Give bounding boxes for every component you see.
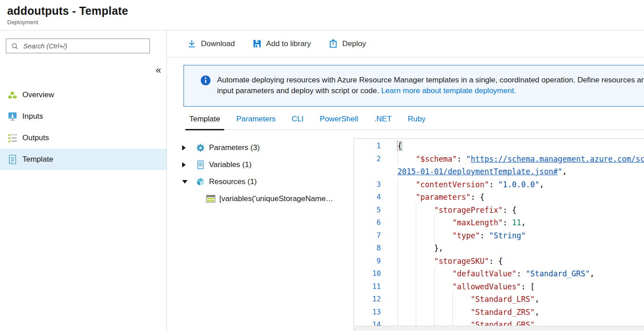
tree-item-resource-storage[interactable]: [variables('uniqueStorageName… [167, 190, 354, 207]
line-number: 5 [354, 204, 397, 217]
code-line[interactable]: "allowedValues": [ [397, 280, 535, 293]
tab-cli[interactable]: CLI [292, 112, 303, 129]
page-title: addoutputs - Template [7, 4, 644, 17]
indent-guide-line [416, 216, 416, 229]
line-number: 2 [354, 153, 397, 166]
code-line[interactable]: "$schema": "https://schema.management.az… [397, 153, 644, 166]
sidebar-item-overview[interactable]: Overview [0, 84, 166, 106]
code-row: 1{ [354, 140, 644, 153]
line-number: 7 [354, 229, 397, 242]
info-banner: Automate deploying resources with Azure … [183, 65, 644, 107]
horizontal-scrollbar[interactable] [354, 326, 644, 331]
line-number: 12 [354, 293, 397, 306]
code-editor[interactable]: 1{2 "$schema": "https://schema.managemen… [354, 138, 644, 331]
indent-guide-line [397, 191, 398, 204]
download-icon [187, 39, 197, 49]
indent-guide-line [416, 293, 416, 306]
code-line[interactable]: 2015-01-01/deploymentTemplate.json#", [397, 165, 567, 178]
indent-guide-line [397, 280, 398, 293]
code-line[interactable]: "maxLength": 11, [397, 216, 526, 229]
code-row: 6 "maxLength": 11, [354, 216, 644, 229]
line-number: 3 [354, 178, 397, 191]
collapse-sidebar-button[interactable]: « [154, 64, 163, 76]
indent-guide-line [397, 293, 398, 306]
code-line[interactable]: "Standard_ZRS", [397, 306, 539, 319]
gear-icon [195, 142, 206, 153]
indent-guide-line [434, 306, 435, 319]
banner-line-2: input parameters and deploy with script … [217, 86, 644, 96]
toolbar-button-label: Add to library [266, 39, 311, 48]
command-bar: DownloadAdd to libraryDeploy [167, 30, 644, 57]
code-row: 10 "defaultValue": "Standard_GRS", [354, 267, 644, 280]
chevron-down-icon[interactable] [182, 180, 195, 184]
tree-item-variables[interactable]: Variables (1) [167, 156, 354, 173]
indent-guide-line [416, 306, 416, 319]
indent-guide-line [397, 204, 398, 217]
line-number: 6 [354, 216, 397, 229]
add-to-library-button[interactable]: Add to library [251, 37, 312, 51]
code-line[interactable]: "contentVersion": "1.0.0.0", [397, 178, 544, 191]
main-panel: DownloadAdd to libraryDeploy Automate de… [167, 30, 644, 331]
code-line[interactable]: "storagePrefix": { [397, 204, 516, 217]
chevron-right-icon[interactable] [182, 162, 195, 168]
tab-parameters[interactable]: Parameters [236, 112, 276, 129]
indent-guide-line [416, 267, 416, 280]
download-button[interactable]: Download [186, 37, 236, 51]
sidebar-item-template[interactable]: Template [0, 149, 166, 170]
azure-portal-page: addoutputs - Template Deployment « Overv… [0, 0, 644, 331]
sidebar-item-outputs[interactable]: Outputs [0, 127, 166, 149]
code-line[interactable]: "storageSKU": { [397, 255, 503, 268]
indent-guide-line [397, 267, 398, 280]
line-number [354, 165, 397, 178]
code-row: 4 "parameters": { [354, 191, 644, 204]
search-box [6, 39, 150, 53]
line-number: 8 [354, 242, 397, 255]
code-row: 12 "Standard_LRS", [354, 293, 644, 306]
tree-item-resources[interactable]: Resources (1) [167, 173, 354, 190]
template-document-icon [7, 154, 18, 165]
info-icon [200, 75, 211, 86]
indent-guide-line [397, 216, 398, 229]
line-number: 13 [354, 306, 397, 319]
learn-more-link[interactable]: Learn more about template deployment. [381, 86, 516, 95]
indent-guide-line [397, 306, 398, 319]
indent-guide-line [416, 255, 416, 268]
code-line[interactable]: { [397, 140, 402, 153]
search-icon [11, 42, 19, 50]
tab-powershell[interactable]: PowerShell [320, 112, 358, 129]
indent-guide-line [416, 204, 416, 217]
sidebar-item-label: Outputs [22, 133, 49, 142]
code-row: 9 "storageSKU": { [354, 255, 644, 268]
tab-template[interactable]: Template [189, 112, 220, 129]
deploy-icon [328, 39, 338, 49]
code-row: 7 "type": "String" [354, 229, 644, 242]
indent-guide-line [434, 229, 435, 242]
code-line[interactable]: "parameters": { [397, 191, 485, 204]
indent-guide-line [397, 229, 398, 242]
search-input[interactable] [22, 42, 149, 50]
code-line[interactable]: "defaultValue": "Standard_GRS", [397, 267, 594, 280]
indent-guide-line [416, 280, 416, 293]
sidebar: « OverviewInputsOutputsTemplate [0, 30, 167, 331]
code-line[interactable]: }, [397, 242, 443, 255]
tree-item-parameters[interactable]: Parameters (3) [167, 139, 354, 156]
cube-icon [195, 176, 206, 187]
indent-guide-line [397, 178, 398, 191]
toolbar-button-label: Deploy [342, 39, 366, 48]
indent-guide-line [452, 306, 453, 319]
line-number: 1 [354, 140, 397, 153]
code-line[interactable]: "Standard_LRS", [397, 293, 539, 306]
tab-net[interactable]: .NET [374, 112, 392, 129]
sidebar-item-inputs[interactable]: Inputs [0, 106, 166, 127]
indent-guide-line [416, 229, 416, 242]
tab-ruby[interactable]: Ruby [408, 112, 426, 129]
code-row: 11 "allowedValues": [ [354, 280, 644, 293]
sidebar-item-label: Inputs [22, 112, 43, 121]
indent-guide-line [452, 293, 453, 306]
code-row: 3 "contentVersion": "1.0.0.0", [354, 178, 644, 191]
code-line[interactable]: "type": "String" [397, 229, 526, 242]
chevron-right-icon[interactable] [182, 145, 195, 150]
toolbar-button-label: Download [201, 39, 235, 48]
banner-text: Automate deploying resources with Azure … [217, 75, 644, 106]
deploy-button[interactable]: Deploy [327, 37, 367, 51]
